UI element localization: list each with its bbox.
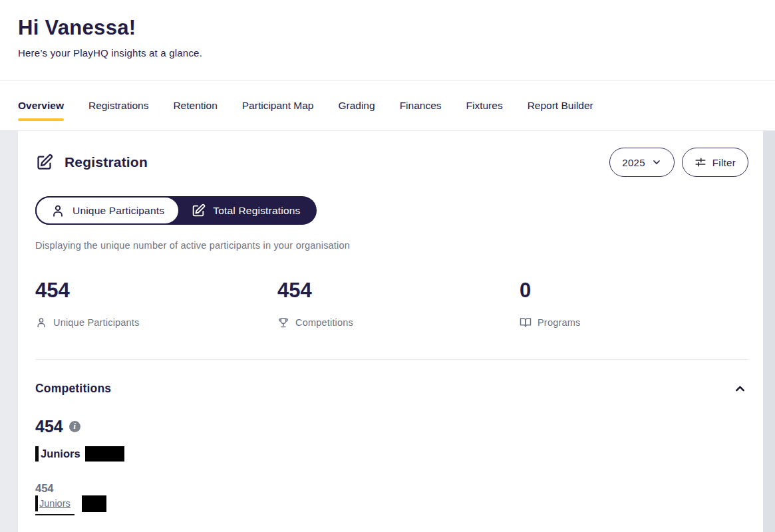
bar-value: 454 [35,482,748,495]
filter-label: Filter [712,157,736,168]
axis-label-link[interactable]: Juniors [39,498,71,509]
tab-finances[interactable]: Finances [400,100,442,112]
stat-label: Competitions [295,317,353,328]
competitions-total: 454 [35,417,63,436]
chevron-up-icon [733,382,747,396]
header-actions: 2025 Filter [609,148,748,177]
axis-label-row: Juniors [35,495,748,512]
tab-registrations[interactable]: Registrations [88,100,148,112]
info-icon[interactable]: i [69,421,80,432]
sliders-icon [695,156,706,168]
panel-header: Registration 2025 [35,148,748,177]
stat-value: 454 [277,279,520,303]
tab-fixtures[interactable]: Fixtures [466,100,503,112]
stats-row: 454 Unique Participants 454 [35,279,748,329]
person-icon [35,317,47,329]
chart-legend: Juniors [35,446,748,462]
tab-bar: Overview Registrations Retention Partici… [0,80,775,131]
registration-panel: Registration 2025 [18,131,763,532]
panel-title: Registration [65,154,148,170]
trophy-icon [277,317,289,329]
toggle-label: Total Registrations [213,205,300,217]
tab-report-builder[interactable]: Report Builder [528,100,593,112]
competitions-section-header: Competitions [35,380,748,397]
page-header: Hi Vanessa! Here’s your PlayHQ insights … [0,0,775,80]
stat-label: Unique Participants [53,317,140,328]
redacted-block [85,446,124,462]
stat-programs: 0 Programs [520,279,748,329]
collapse-competitions-button[interactable] [732,380,748,397]
main-area: Registration 2025 [0,131,775,532]
year-dropdown[interactable]: 2025 [609,148,675,177]
scrollbar[interactable] [763,131,775,532]
filter-button[interactable]: Filter [682,148,748,177]
axis-underline [35,514,75,515]
chevron-down-icon [651,157,662,168]
metric-description: Displaying the unique number of active p… [35,240,748,251]
competitions-total-row: 454 i [35,417,748,436]
year-value: 2025 [622,157,645,168]
competitions-title: Competitions [35,382,111,396]
toggle-label: Unique Participants [73,205,164,217]
tab-overview[interactable]: Overview [18,100,64,112]
edit-icon [191,203,206,218]
legend-label: Juniors [41,448,80,460]
toggle-total-registrations[interactable]: Total Registrations [180,203,316,218]
axis-tick [35,495,38,511]
stat-label: Programs [538,317,580,328]
toggle-unique-participants[interactable]: Unique Participants [35,196,180,225]
tab-participant-map[interactable]: Participant Map [242,100,314,112]
metric-toggle: Unique Participants Total Registrations [35,196,317,225]
book-icon [520,317,532,329]
legend-swatch [35,446,39,462]
greeting: Hi Vanessa! [18,16,775,40]
divider [35,359,748,360]
tab-grading[interactable]: Grading [338,100,375,112]
stat-value: 0 [520,279,748,303]
redacted-block [82,495,106,512]
stat-unique-participants: 454 Unique Participants [35,279,277,329]
stat-competitions: 454 Competitions [277,279,520,329]
tab-retention[interactable]: Retention [173,100,217,112]
page-subtitle: Here’s your PlayHQ insights at a glance. [18,47,775,59]
stat-value: 454 [35,279,277,303]
person-icon [51,203,65,218]
edit-icon [35,154,53,172]
